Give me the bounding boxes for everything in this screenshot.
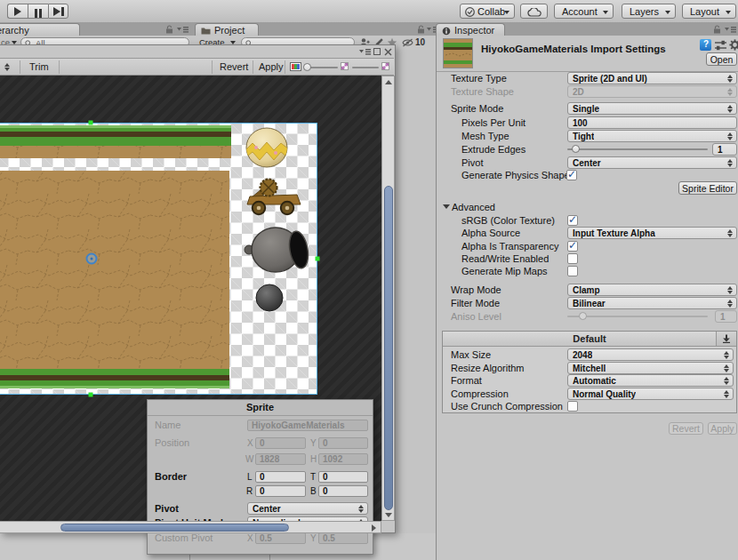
srgb-label: sRGB (Color Texture) [461,214,555,227]
pivot-dropdown[interactable]: Center [567,156,737,169]
scroll-down-button[interactable] [383,510,394,520]
cloud-button[interactable] [520,4,548,19]
tab-hierarchy[interactable]: erarchy [0,23,80,36]
slice-dropdown-fragment[interactable] [4,63,11,71]
compression-dropdown[interactable]: Normal Quality [567,388,734,400]
hierarchy-lock-icon[interactable] [165,25,173,34]
tab-inspector[interactable]: Inspector [436,23,505,36]
custom-pivot-label: Custom Pivot [155,532,213,544]
y-prefix: Y [310,437,317,449]
read-write-enabled-checkbox[interactable] [567,253,578,264]
scroll-up-button[interactable] [383,77,394,87]
advanced-foldout-label[interactable]: Advanced [452,201,495,213]
srgb-checkbox[interactable] [567,215,578,226]
mip-slider[interactable] [352,67,379,68]
layers-dropdown-arrow [665,11,670,14]
window-close-icon[interactable] [384,48,392,56]
use-crunch-compression-label: Use Crunch Compression [451,400,563,412]
vertical-scrollbar[interactable] [381,76,395,521]
step-button[interactable] [48,4,68,19]
vertical-scrollbar-thumb[interactable] [384,186,393,510]
hidden-count: 10 [415,37,425,47]
border-label: Border [155,470,187,483]
collab-button[interactable]: Collab [460,4,515,19]
hidden-eye-icon[interactable] [402,38,413,47]
inspector-apply-button[interactable]: Apply [708,422,737,435]
extrude-edges-knob[interactable] [572,145,580,153]
cloud-icon [527,8,542,17]
texture-preview [0,123,317,395]
extrude-edges-slider[interactable] [567,148,708,150]
inspector-menu-icon[interactable] [725,27,736,33]
layers-label: Layers [630,4,659,19]
account-dropdown[interactable]: Account [554,4,614,19]
x-prefix: X [247,437,253,449]
pivot-label: Pivot [155,502,179,515]
scroll-right-button[interactable] [368,523,380,532]
max-size-dropdown[interactable]: 2048 [567,348,734,361]
apply-button[interactable]: Apply [259,60,284,74]
border-l-field[interactable]: 0 [255,471,306,483]
position-x-field: 0 [255,437,306,449]
platform-build-target-button[interactable] [716,332,736,346]
alpha-is-transparency-label: Alpha Is Transparency [461,240,558,252]
revert-button[interactable]: Revert [220,60,248,74]
hierarchy-menu-icon[interactable] [177,27,189,33]
w-prefix: W [245,453,253,465]
project-lock-icon[interactable] [417,25,425,34]
open-button[interactable]: Open [706,52,737,66]
inspector-lock-icon[interactable] [713,25,721,34]
gear-icon[interactable] [729,39,738,51]
platform-tab-default[interactable]: Default [443,332,736,347]
position-y-field: 0 [318,437,368,449]
layout-dropdown[interactable]: Layout [682,4,736,19]
resize-algorithm-dropdown[interactable]: Mitchell [567,362,734,374]
border-t-field[interactable]: 0 [318,471,368,483]
generate-mip-maps-checkbox[interactable] [567,266,578,276]
sprite-handle-top [89,121,93,125]
play-button[interactable] [7,4,28,19]
project-tab-label: Project [214,24,245,36]
custom-x-prefix: X [247,532,253,544]
alpha-is-transparency-checkbox[interactable] [567,241,578,252]
texture-type-dropdown[interactable]: Sprite (2D and UI) [567,72,737,84]
border-b-field[interactable]: 0 [318,485,368,497]
layers-dropdown[interactable]: Layers [622,4,676,19]
horizontal-scrollbar[interactable] [0,521,381,533]
extrude-edges-label: Extrude Edges [461,143,525,156]
trim-button[interactable]: Trim [29,60,49,74]
rgb-toggle-icon[interactable] [290,62,301,71]
position-h-field: 1092 [318,453,368,465]
generate-physics-shape-checkbox[interactable] [566,170,577,180]
sprite-mode-dropdown[interactable]: Single [567,102,737,115]
presets-icon[interactable] [715,40,726,51]
zoom-slider-knob[interactable] [303,63,311,71]
layout-dropdown-arrow [726,11,731,14]
horizontal-scrollbar-thumb[interactable] [60,524,289,532]
use-crunch-compression-checkbox[interactable] [567,401,578,412]
h-prefix: H [310,453,317,465]
name-label: Name [155,419,180,431]
border-r-field[interactable]: 0 [255,485,306,497]
inspector-revert-button[interactable]: Revert [669,422,703,435]
pivot-dropdown[interactable]: Center [247,502,368,515]
tab-project[interactable]: Project [195,23,259,36]
alpha-source-dropdown[interactable]: Input Texture Alpha [567,227,737,239]
wrap-mode-dropdown[interactable]: Clamp [567,284,737,296]
pause-button[interactable] [28,4,48,19]
mesh-type-dropdown[interactable]: Tight [567,130,737,142]
advanced-foldout-arrow[interactable] [443,204,450,209]
sprite-editor-toolbar: Trim Revert Apply [0,58,394,76]
window-maximize-icon[interactable] [373,48,381,55]
sprite-editor-window: Trim Revert Apply [0,44,396,533]
help-icon[interactable]: ? [700,39,711,51]
inspector-tab-label: Inspector [454,24,494,36]
window-menu-icon[interactable] [359,49,371,55]
inspector-panel: HiyokoGameMaterials Import Settings ? Op… [436,36,738,560]
format-dropdown[interactable]: Automatic [567,374,734,387]
sprite-editor-button[interactable]: Sprite Editor [678,181,737,195]
pixels-per-unit-field[interactable]: 100 [567,116,737,129]
sprite-handle-right [316,257,320,261]
filter-mode-dropdown[interactable]: Bilinear [567,297,737,309]
extrude-edges-field[interactable]: 1 [712,143,737,156]
